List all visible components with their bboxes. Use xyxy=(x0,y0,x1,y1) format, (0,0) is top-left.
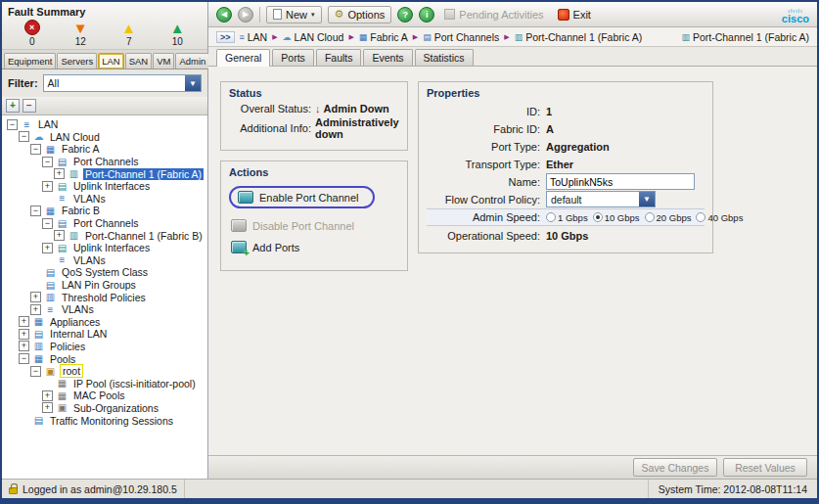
pending-activities-button[interactable]: Pending Activities xyxy=(440,7,547,23)
tree-item[interactable]: +▤Uplink Interfaces xyxy=(2,180,207,193)
breadcrumb-separator-icon: ▶ xyxy=(504,33,509,41)
expand-icon[interactable]: + xyxy=(19,341,29,351)
radio-icon[interactable] xyxy=(546,212,556,222)
tab-ports[interactable]: Ports xyxy=(272,49,314,66)
tree-item[interactable]: +▥Port-Channel 1 (Fabric B) xyxy=(2,229,207,242)
tree-item[interactable]: +▤Uplink Interfaces xyxy=(2,242,207,254)
tree-item[interactable]: ≡VLANs xyxy=(2,193,207,206)
nav-tab-vm[interactable]: VM xyxy=(153,53,174,69)
forward-button[interactable]: ▶ xyxy=(238,7,253,23)
options-button[interactable]: ⚙ Options xyxy=(328,6,392,23)
reset-values-button[interactable]: Reset Values xyxy=(723,458,807,477)
nav-tab-servers[interactable]: Servers xyxy=(57,53,97,69)
new-button[interactable]: New ▾ xyxy=(266,6,322,23)
collapse-icon[interactable]: − xyxy=(7,119,18,130)
tree-item[interactable]: +▥Policies xyxy=(2,341,207,353)
exit-button[interactable]: Exit xyxy=(554,7,595,23)
tree-item[interactable]: −▣root xyxy=(2,365,207,378)
interfaces-icon: ▤ xyxy=(56,181,68,192)
fault-major[interactable]: ▼12 xyxy=(60,20,101,47)
tree-item[interactable]: −▤Port Channels xyxy=(2,156,207,168)
fault-info[interactable]: ▲10 xyxy=(157,20,198,47)
tree-item[interactable]: +▦MAC Pools xyxy=(2,389,207,402)
collapse-all-button[interactable]: − xyxy=(23,99,36,113)
collapse-icon[interactable]: − xyxy=(19,353,29,364)
info-button[interactable]: i xyxy=(419,7,434,23)
expand-icon[interactable]: + xyxy=(54,168,65,179)
nav-tab-equipment[interactable]: Equipment xyxy=(4,53,56,69)
tab-faults[interactable]: Faults xyxy=(316,49,362,66)
expand-icon[interactable]: + xyxy=(42,390,53,401)
collapse-icon[interactable]: − xyxy=(30,144,41,155)
filter-select[interactable]: All ▼ xyxy=(43,74,202,92)
collapse-icon[interactable]: − xyxy=(42,218,53,229)
fault-minor[interactable]: ▲7 xyxy=(109,20,150,47)
breadcrumb-item[interactable]: ▥Port-Channel 1 (Fabric A) xyxy=(515,31,643,43)
breadcrumb-item[interactable]: ▤Port Channels xyxy=(423,31,499,43)
tree-item[interactable]: ▦IP Pool (iscsi-initiator-pool) xyxy=(2,377,207,389)
admin-speed-radio[interactable]: 10 Gbps xyxy=(593,212,640,223)
nav-tab-lan[interactable]: LAN xyxy=(98,53,123,69)
chevron-down-icon[interactable]: ▼ xyxy=(639,192,655,206)
expand-icon[interactable]: + xyxy=(30,292,41,302)
radio-icon[interactable] xyxy=(593,212,603,222)
tree-item[interactable]: ≡VLANs xyxy=(2,254,207,267)
tree-item[interactable]: −▤Port Channels xyxy=(2,217,207,230)
tree-item[interactable]: +▦Appliances xyxy=(2,316,207,329)
radio-icon[interactable] xyxy=(645,212,655,222)
overall-status-value: Admin Down xyxy=(324,103,389,115)
radio-icon[interactable] xyxy=(696,212,705,222)
back-button[interactable]: ◀ xyxy=(216,7,232,23)
tab-statistics[interactable]: Statistics xyxy=(415,49,474,66)
collapse-icon[interactable]: − xyxy=(30,366,41,377)
help-button[interactable]: ? xyxy=(397,7,413,23)
tree-item-label: Traffic Monitoring Sessions xyxy=(48,415,175,427)
tree-item[interactable]: +▣Sub-Organizations xyxy=(2,402,207,415)
portchannel-icon: ▥ xyxy=(515,32,523,42)
tree-item-label: Port-Channel 1 (Fabric A) xyxy=(83,168,204,180)
expand-icon[interactable]: + xyxy=(42,402,53,413)
nav-tab-admin[interactable]: Admin xyxy=(175,53,209,69)
breadcrumb-expand-button[interactable]: >> xyxy=(216,31,235,43)
tab-events[interactable]: Events xyxy=(363,49,412,66)
breadcrumb-item[interactable]: ▦Fabric A xyxy=(359,31,408,43)
save-changes-button[interactable]: Save Changes xyxy=(633,458,717,477)
expand-icon[interactable]: + xyxy=(54,230,65,241)
collapse-icon[interactable]: − xyxy=(42,157,53,167)
tree-item[interactable]: −☁LAN Cloud xyxy=(2,131,207,144)
expand-all-button[interactable]: + xyxy=(6,99,20,113)
name-field[interactable] xyxy=(546,173,695,190)
expand-icon[interactable]: + xyxy=(42,243,53,253)
fault-critical[interactable]: ×0 xyxy=(12,20,53,47)
expand-icon[interactable]: + xyxy=(42,181,53,192)
expand-icon[interactable]: + xyxy=(30,304,41,315)
admin-speed-radio[interactable]: 40 Gbps xyxy=(696,212,743,223)
enable-port-channel-action[interactable]: Enable Port Channel xyxy=(259,192,359,204)
tree-item[interactable]: −▦Pools xyxy=(2,352,207,365)
tree-item[interactable]: +▥Threshold Policies xyxy=(2,291,207,303)
nav-tab-san[interactable]: SAN xyxy=(125,53,153,69)
collapse-icon[interactable]: − xyxy=(30,206,41,216)
add-ports-action[interactable]: Add Ports xyxy=(231,241,397,253)
admin-speed-radio[interactable]: 20 Gbps xyxy=(645,212,692,223)
tree-item[interactable]: −▦Fabric B xyxy=(2,205,207,217)
tree-item[interactable]: +▤Internal LAN xyxy=(2,328,207,341)
tree-item[interactable]: ▤LAN Pin Groups xyxy=(2,279,207,292)
tree-item[interactable]: +≡VLANs xyxy=(2,303,207,316)
tree-item[interactable]: +▥Port-Channel 1 (Fabric A) xyxy=(2,167,207,180)
flow-control-policy-select[interactable]: default ▼ xyxy=(546,191,656,207)
tree-item[interactable]: ▤QoS System Class xyxy=(2,266,207,279)
breadcrumb-item[interactable]: ☁LAN Cloud xyxy=(283,31,344,43)
chevron-down-icon[interactable]: ▼ xyxy=(185,75,201,91)
expand-icon[interactable]: + xyxy=(19,316,29,327)
admin-speed-radio[interactable]: 1 Gbps xyxy=(546,212,588,223)
tree-item[interactable]: −≡LAN xyxy=(2,118,207,131)
tab-general[interactable]: General xyxy=(216,49,270,67)
tree-item[interactable]: −▦Fabric A xyxy=(2,143,207,156)
tree-item[interactable]: ▤Traffic Monitoring Sessions xyxy=(2,414,207,427)
tree-item-label: VLANs xyxy=(71,254,108,266)
collapse-icon[interactable]: − xyxy=(19,131,29,142)
expand-icon[interactable]: + xyxy=(19,329,29,340)
status-panel-title: Status xyxy=(229,87,399,99)
breadcrumb-item[interactable]: ≡LAN xyxy=(240,31,268,43)
